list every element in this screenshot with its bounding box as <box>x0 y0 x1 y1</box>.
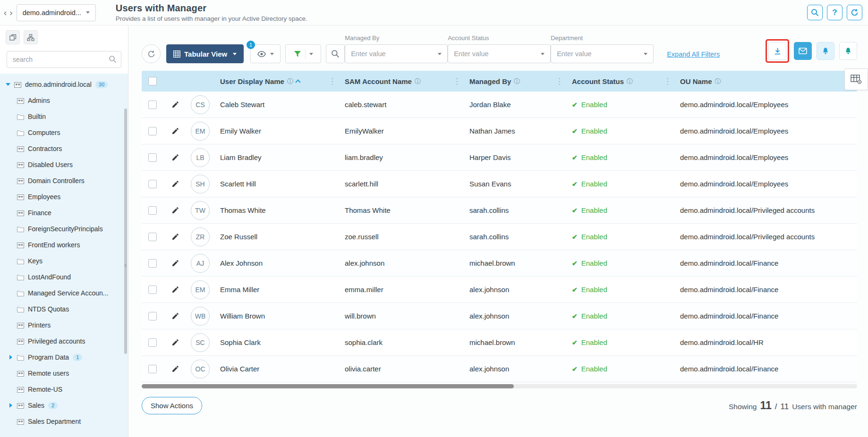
edit-user-button[interactable] <box>163 338 187 346</box>
edit-user-button[interactable] <box>163 101 187 109</box>
column-menu-icon[interactable]: ⋮ <box>664 76 672 86</box>
sidebar-tree-item[interactable]: LostAndFound <box>0 269 128 285</box>
global-search-button[interactable] <box>807 5 823 20</box>
edit-user-button[interactable] <box>163 365 187 373</box>
column-header-ou[interactable]: OU Name ⓘ <box>680 77 857 85</box>
download-button[interactable] <box>768 42 786 60</box>
sidebar-tree-item[interactable]: Remote users <box>0 365 128 381</box>
sidebar-tree-item[interactable]: Disabled Users <box>0 157 128 173</box>
info-icon[interactable]: ⓘ <box>287 78 293 84</box>
expand-all-filters-link[interactable]: Expand All Filters <box>667 50 720 58</box>
nav-forward-icon[interactable]: › <box>9 8 13 18</box>
column-header-managed_by[interactable]: Managed By ⓘ ⋮ <box>469 76 572 86</box>
sidebar-tree-item[interactable]: Employees <box>0 189 128 205</box>
row-checkbox[interactable] <box>148 127 157 135</box>
edit-user-button[interactable] <box>163 259 187 267</box>
edit-user-button[interactable] <box>163 286 187 294</box>
show-actions-button[interactable]: Show Actions <box>142 397 202 414</box>
sidebar-tree-item[interactable]: ForeignSecurityPrincipals <box>0 221 128 237</box>
sidebar-tree-item[interactable]: NTDS Quotas <box>0 301 128 317</box>
sidebar-tree-item[interactable]: Managed Service Accoun... <box>0 285 128 301</box>
chevron-down-icon <box>233 53 237 55</box>
filter-field-select[interactable]: Enter value <box>345 44 448 63</box>
hierarchy-view-button[interactable] <box>24 30 38 44</box>
sidebar-tree-item[interactable]: Domain Controllers <box>0 173 128 189</box>
column-menu-icon[interactable]: ⋮ <box>555 76 563 86</box>
domain-selector-dropdown[interactable]: demo.admindroid... <box>17 4 96 21</box>
page-subtitle: Provides a list of users with manager in… <box>116 15 307 22</box>
pencil-icon <box>171 233 179 241</box>
row-checkbox[interactable] <box>148 233 157 241</box>
notification-bell-button[interactable] <box>839 42 857 60</box>
horizontal-scrollbar[interactable] <box>142 384 857 388</box>
sidebar-tree-item[interactable]: Privileged accounts <box>0 333 128 349</box>
sidebar-scrollbar[interactable] <box>124 109 127 354</box>
row-checkbox[interactable] <box>148 101 157 109</box>
sidebar-tree-item[interactable]: Computers <box>0 125 128 141</box>
sidebar-tree-item[interactable]: Printers <box>0 317 128 333</box>
scrollbar-thumb[interactable] <box>142 384 514 388</box>
sidebar-search-input[interactable] <box>7 51 121 68</box>
tree-expand-icon[interactable] <box>9 355 12 360</box>
row-checkbox[interactable] <box>148 338 157 347</box>
sort-asc-icon[interactable] <box>295 79 300 84</box>
alert-settings-button[interactable] <box>817 42 834 60</box>
sidebar-tree-item[interactable]: Sales 2 <box>0 397 128 413</box>
sidebar-tree-item[interactable]: Remote-US <box>0 381 128 397</box>
row-checkbox[interactable] <box>148 365 157 373</box>
sidebar-tree-item[interactable]: FrontEnd workers <box>0 237 128 253</box>
column-visibility-dropdown[interactable] <box>250 44 281 63</box>
sidebar-tree-item[interactable]: Finance <box>0 205 128 221</box>
info-icon[interactable]: ⓘ <box>715 78 721 84</box>
sidebar-tree-item[interactable]: Admins <box>0 92 128 109</box>
workspace-switch-button[interactable] <box>6 30 20 44</box>
row-checkbox[interactable] <box>148 206 157 215</box>
row-checkbox[interactable] <box>148 180 157 188</box>
refresh-button[interactable] <box>142 44 161 63</box>
edit-user-button[interactable] <box>163 127 187 135</box>
sidebar-tree-item[interactable]: Sales Department <box>0 413 128 429</box>
session-sync-button[interactable] <box>847 5 862 20</box>
sidebar-tree-item[interactable]: Builtin <box>0 109 128 125</box>
column-header-status[interactable]: Account Status ⓘ ⋮ <box>572 76 680 86</box>
row-checkbox[interactable] <box>148 259 157 268</box>
filter-field-select[interactable]: Enter value <box>551 44 654 63</box>
sidebar-tree-item[interactable]: Contractors <box>0 141 128 157</box>
folder-icon <box>17 274 24 280</box>
edit-user-button[interactable] <box>163 233 187 241</box>
cell-account-status: ✔ Enabled <box>572 365 680 373</box>
chevron-down-icon <box>644 53 647 55</box>
help-button[interactable]: ? <box>827 5 842 20</box>
tree-expand-icon[interactable] <box>9 403 12 408</box>
sidebar-tree-item[interactable]: Program Data 1 <box>0 349 128 365</box>
info-icon[interactable]: ⓘ <box>627 78 633 84</box>
filter-dropdown[interactable] <box>285 44 321 63</box>
row-checkbox[interactable] <box>148 153 157 162</box>
info-icon[interactable]: ⓘ <box>514 78 520 84</box>
column-settings-button[interactable] <box>844 68 868 90</box>
column-header-display_name[interactable]: User Display Name ⓘ ⋮ <box>220 76 345 86</box>
info-icon[interactable]: ⓘ <box>415 78 421 84</box>
edit-user-button[interactable] <box>163 153 187 161</box>
tree-root-item[interactable]: demo.admindroid.local 30 <box>0 76 128 92</box>
check-icon: ✔ <box>572 312 578 320</box>
sidebar-collapse-handle[interactable]: ‹ <box>124 261 127 269</box>
status-label: Enabled <box>581 206 607 214</box>
select-all-checkbox[interactable] <box>148 77 157 85</box>
sidebar-tree-item[interactable]: Keys <box>0 253 128 269</box>
row-checkbox[interactable] <box>148 312 157 320</box>
edit-user-button[interactable] <box>163 180 187 188</box>
column-menu-icon[interactable]: ⋮ <box>453 76 461 86</box>
row-checkbox[interactable] <box>148 286 157 294</box>
edit-user-button[interactable] <box>163 312 187 320</box>
filter-field-select[interactable]: Enter value <box>448 44 551 63</box>
email-report-button[interactable] <box>794 42 812 60</box>
report-search-button[interactable] <box>326 44 345 63</box>
column-menu-icon[interactable]: ⋮ <box>328 76 336 86</box>
edit-user-button[interactable] <box>163 206 187 214</box>
tree-collapse-icon[interactable] <box>6 83 10 86</box>
column-header-sam[interactable]: SAM Account Name ⓘ ⋮ <box>345 76 469 86</box>
nav-back-icon[interactable]: ‹ <box>3 8 8 18</box>
view-mode-dropdown[interactable]: Tabular View <box>166 44 244 63</box>
ou-icon <box>17 418 24 425</box>
